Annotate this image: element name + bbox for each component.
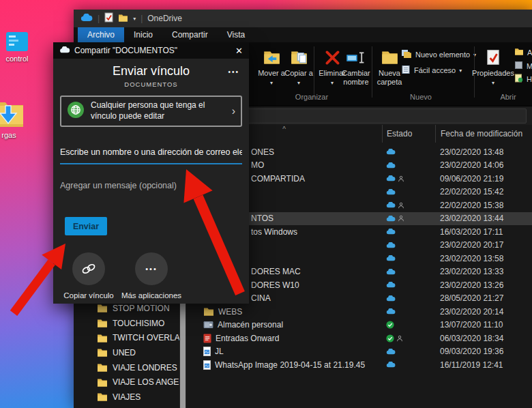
- file-name: DORES W10: [251, 280, 299, 290]
- rename-icon: [346, 46, 367, 69]
- cloud-status-icon: [386, 229, 396, 235]
- folder-icon: [97, 319, 108, 327]
- send-link-heading: Enviar vínculo: [53, 64, 249, 78]
- copy-link-button[interactable]: Copiar vínculo: [57, 252, 120, 300]
- cloud-status-icon: [386, 255, 396, 261]
- message-input[interactable]: Agregar un mensaje (opcional): [60, 181, 242, 190]
- open-button[interactable]: Ab: [514, 48, 532, 57]
- control-panel-icon: [5, 45, 29, 53]
- recipient-input[interactable]: Escribe un nombre o una dirección de cor…: [60, 147, 242, 164]
- properties-icon: [486, 46, 501, 69]
- easy-access-button[interactable]: Fácil acceso ▾: [401, 65, 462, 76]
- file-date: 22/02/2020 15:42: [435, 187, 532, 196]
- sidebar-folder-label: VIAJES: [113, 392, 141, 402]
- separator: |: [98, 14, 100, 23]
- shared-person-icon: [398, 175, 404, 182]
- file-date: 28/05/2020 21:27: [435, 293, 532, 303]
- sidebar-folder-item[interactable]: UNED: [74, 345, 179, 360]
- file-row[interactable]: WEBS23/02/2020 20:14: [186, 305, 532, 319]
- folder-icon: [97, 392, 108, 401]
- share-item-name: DOCUMENTOS: [53, 81, 249, 88]
- file-name: ONES: [251, 147, 274, 157]
- more-options-icon[interactable]: •••: [228, 68, 239, 76]
- file-date: 23/02/2020 13:26: [435, 280, 532, 290]
- cloud-status-icon: [386, 269, 396, 275]
- column-header-estado[interactable]: Estado: [382, 125, 435, 143]
- share-dialog-header: Enviar vínculo DOCUMENTOS •••: [53, 59, 249, 88]
- synced-check-icon: [386, 334, 394, 343]
- sidebar-folder-label: TOUCHISIMO: [113, 319, 164, 328]
- sidebar-folder-label: TWITCH OVERLAY: [113, 333, 179, 343]
- move-to-button[interactable]: Mover a ▾: [256, 46, 286, 86]
- send-button[interactable]: Enviar: [65, 217, 107, 235]
- sidebar-folder-item[interactable]: VIAJE LOS ANGELES 20: [74, 375, 179, 390]
- edit-button[interactable]: M: [514, 61, 532, 71]
- synced-check-icon: [386, 321, 394, 329]
- sidebar-folder-item[interactable]: VIAJES: [74, 390, 179, 405]
- tab-compartir[interactable]: Compartir: [162, 27, 218, 42]
- dropdown-caret-icon: ▾: [270, 80, 273, 86]
- share-dialog-titlebar[interactable]: Compartir "DOCUMENTOS" ✕: [53, 42, 249, 59]
- folder-icon: [97, 378, 108, 387]
- file-name: WEBS: [218, 307, 242, 317]
- desktop: { "icons": {"close":"✕","more_h":"•••","…: [0, 0, 532, 408]
- onedrive-cloud-icon: [80, 14, 93, 24]
- folder-file-icon: [203, 307, 214, 316]
- tab-archivo[interactable]: Archivo: [78, 27, 124, 42]
- file-row[interactable]: Almacén personal13/07/2020 11:10: [186, 319, 532, 332]
- file-date: 23/02/2020 13:44: [435, 214, 532, 223]
- history-button[interactable]: Hi: [514, 74, 532, 84]
- cloud-status-icon: [386, 149, 396, 155]
- window-titlebar[interactable]: | ▾ | OneDrive: [74, 10, 532, 27]
- cloud-status-icon: [386, 189, 396, 195]
- desktop-icon-descargas[interactable]: rgas: [0, 100, 27, 139]
- sidebar-folder-item[interactable]: TOUCHISIMO: [74, 316, 179, 331]
- close-icon[interactable]: ✕: [235, 46, 243, 56]
- file-name: tos Windows: [251, 227, 297, 237]
- file-row[interactable]: JL09/03/2020 19:36: [186, 345, 532, 359]
- cloud-status-icon: [386, 362, 396, 368]
- file-date: 09/03/2020 19:36: [435, 347, 532, 356]
- more-apps-button[interactable]: ••• Más aplicaciones: [120, 252, 183, 300]
- file-name: MO: [251, 160, 264, 170]
- column-header-fecha[interactable]: Fecha de modificación: [435, 125, 532, 143]
- file-date: 23/02/2020 20:17: [435, 240, 532, 250]
- file-date: 09/06/2020 21:19: [435, 174, 532, 184]
- link-icon: [72, 252, 105, 285]
- ribbon-tabs: Archivo Inicio Compartir Vista: [74, 27, 532, 42]
- window-title: OneDrive: [147, 14, 182, 23]
- share-dialog-title: Compartir "DOCUMENTOS": [74, 46, 177, 55]
- tab-inicio[interactable]: Inicio: [124, 27, 162, 42]
- new-item-button[interactable]: Nuevo elemento ▾: [401, 49, 476, 60]
- rename-button[interactable]: Cambiar nombre: [340, 46, 372, 86]
- properties-button[interactable]: Propiedades▾: [476, 46, 510, 86]
- more-apps-label: Más aplicaciones: [121, 291, 181, 300]
- dropdown-caret-icon: ▾: [459, 68, 462, 74]
- new-folder-icon: [381, 46, 399, 69]
- folder-icon: [97, 348, 108, 357]
- file-date: 23/02/2020 13:48: [435, 147, 532, 157]
- new-folder-button[interactable]: Nueva carpeta: [374, 46, 404, 86]
- quick-access-dropdown-icon[interactable]: ▾: [133, 16, 136, 22]
- tab-vista[interactable]: Vista: [218, 27, 254, 42]
- cloud-status-icon: [386, 162, 396, 169]
- desktop-icon-control[interactable]: control: [2, 31, 32, 63]
- copy-to-button[interactable]: Copiar a ▾: [284, 46, 314, 86]
- cloud-status-icon: [386, 216, 396, 222]
- delete-icon: [325, 46, 340, 69]
- file-row[interactable]: Entradas Onward06/03/2020 18:34: [186, 332, 532, 345]
- file-row[interactable]: WhatsApp Image 2019-04-15 at 21.19.4516/…: [186, 358, 532, 372]
- cloud-status-icon: [386, 242, 396, 248]
- cloud-status-icon: [386, 175, 396, 181]
- sidebar-folder-item[interactable]: VIAJE LONDRES 2019: [74, 360, 179, 375]
- quick-access-folder-icon[interactable]: [118, 14, 128, 24]
- copy-link-label: Copiar vínculo: [63, 291, 114, 300]
- sidebar-folder-item[interactable]: TWITCH OVERLAY: [74, 330, 179, 345]
- file-name: COMPARTIDA: [251, 174, 305, 184]
- file-name: WhatsApp Image 2019-04-15 at 21.19.45: [215, 360, 365, 370]
- file-name: CINA: [251, 293, 271, 303]
- quick-access-properties-icon[interactable]: [104, 12, 113, 25]
- file-date: 16/11/2019 12:41: [435, 360, 532, 370]
- link-permission-button[interactable]: Cualquier persona que tenga el vínculo p…: [60, 96, 242, 127]
- image-file-icon: [203, 347, 211, 356]
